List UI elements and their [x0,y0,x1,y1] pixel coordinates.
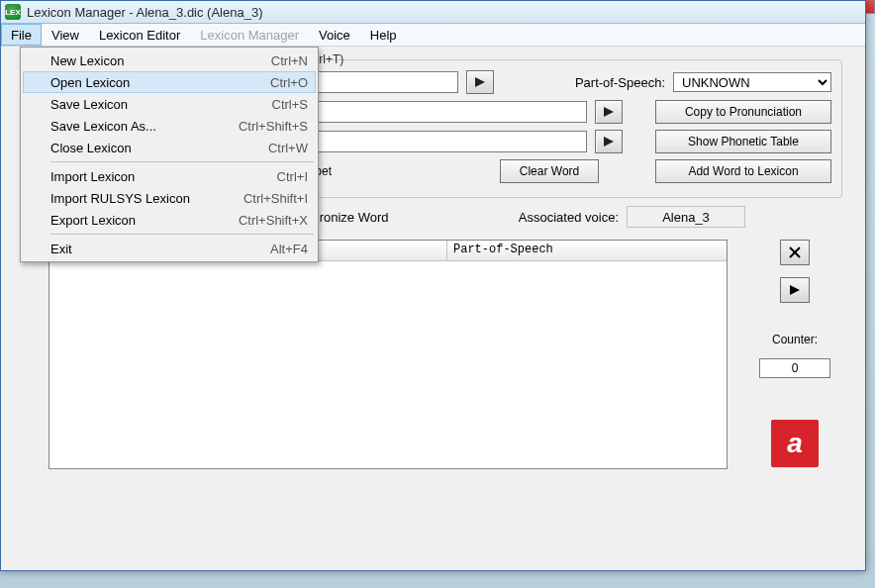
menu-save-lexicon[interactable]: Save Lexicon Ctrl+S [23,93,316,115]
menu-help[interactable]: Help [360,24,407,46]
menu-open-lexicon[interactable]: Open Lexicon Ctrl+O [23,71,316,93]
counter-label: Counter: [772,333,818,346]
play-icon [604,107,614,117]
svg-marker-0 [475,77,485,87]
add-word-to-lexicon-button[interactable]: Add Word to Lexicon [655,159,831,183]
window-title: Lexicon Manager - Alena_3.dic (Alena_3) [27,5,262,20]
associated-voice-label: Associated voice: [519,210,619,225]
x-icon [788,245,802,259]
menu-import-lexicon[interactable]: Import Lexicon Ctrl+I [23,165,316,187]
menu-voice[interactable]: Voice [309,24,360,46]
play-icon [790,285,800,295]
svg-marker-1 [604,107,614,117]
menu-exit[interactable]: Exit Alt+F4 [23,238,316,259]
menu-separator [50,161,314,162]
acapela-logo: a [771,420,819,467]
svg-marker-5 [790,285,800,295]
play-icon [475,77,485,87]
copy-to-pronunciation-button[interactable]: Copy to Pronunciation [655,100,831,124]
menu-view[interactable]: View [42,24,89,46]
menu-bar: File View Lexicon Editor Lexicon Manager… [1,24,865,47]
menu-close-lexicon[interactable]: Close Lexicon Ctrl+W [23,137,316,158]
associated-voice-field [627,206,745,228]
title-bar: LEX Lexicon Manager - Alena_3.dic (Alena… [1,1,865,24]
col-pos[interactable]: Part-of-Speech [447,241,727,260]
menu-lexicon-editor[interactable]: Lexicon Editor [89,24,190,46]
delete-entry-button[interactable] [780,240,810,265]
file-dropdown: New Lexicon Ctrl+N Open Lexicon Ctrl+O S… [20,47,319,262]
menu-separator [50,234,314,235]
clear-word-button[interactable]: Clear Word [500,159,599,183]
pos-label: Part-of-Speech: [575,75,665,90]
play-root-button[interactable] [595,100,623,124]
menu-export-lexicon[interactable]: Export Lexicon Ctrl+Shift+X [23,209,316,231]
lexicon-listview[interactable]: Word Pronunciation Part-of-Speech [49,240,728,469]
menu-new-lexicon[interactable]: New Lexicon Ctrl+N [23,49,316,71]
menu-import-rulsys-lexicon[interactable]: Import RULSYS Lexicon Ctrl+Shift+I [23,187,316,209]
play-word-button[interactable] [466,70,494,94]
show-phonetic-table-button[interactable]: Show Phonetic Table [655,130,831,153]
svg-marker-2 [604,137,614,147]
app-icon: LEX [5,4,21,20]
play-pronunciation-button[interactable] [595,130,623,153]
background-tab-fragment: trl+T) [316,52,343,66]
counter-value: 0 [759,358,830,378]
play-entry-button[interactable] [780,277,810,303]
menu-file[interactable]: File [1,24,42,46]
menu-lexicon-manager[interactable]: Lexicon Manager [190,24,309,46]
pos-select[interactable]: UNKNOWN [673,72,831,92]
menu-save-lexicon-as[interactable]: Save Lexicon As... Ctrl+Shift+S [23,115,316,137]
play-icon [604,137,614,147]
